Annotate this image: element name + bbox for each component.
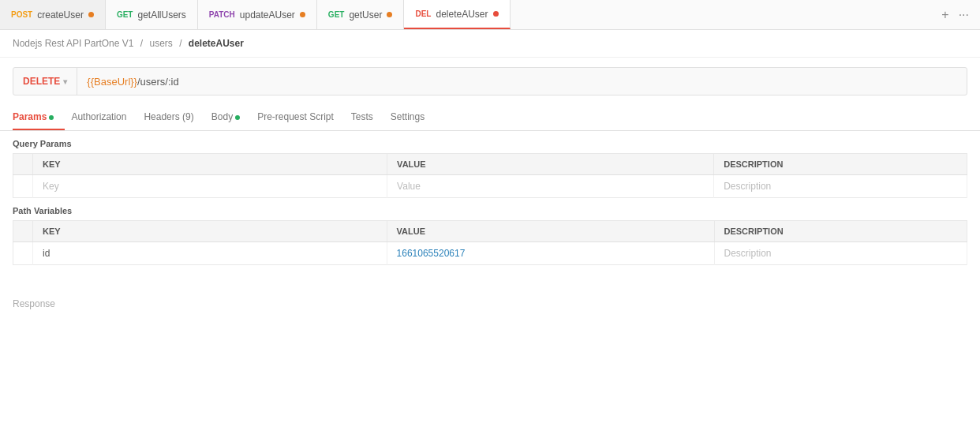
query-params-table: KEY VALUE DESCRIPTION Key Value Descript… bbox=[13, 153, 967, 198]
tab-method-deleteAUser: DEL bbox=[415, 9, 431, 18]
query-value-placeholder[interactable]: Value bbox=[387, 175, 714, 198]
query-desc-placeholder[interactable]: Description bbox=[714, 175, 967, 198]
breadcrumb-sep2: / bbox=[179, 38, 181, 49]
tab-dot-getUser bbox=[387, 12, 392, 17]
path-variables-title: Path Variables bbox=[13, 198, 967, 220]
query-params-placeholder-row: Key Value Description bbox=[13, 175, 967, 198]
path-vars-key-header: KEY bbox=[33, 221, 387, 242]
tab-method-getAllUsers: GET bbox=[117, 10, 133, 19]
path-var-desc-0[interactable]: Description bbox=[714, 242, 967, 265]
path-vars-check-header bbox=[13, 221, 33, 242]
content-area: Query Params KEY VALUE DESCRIPTION Key V… bbox=[0, 131, 980, 319]
query-params-key-header: KEY bbox=[33, 154, 387, 175]
more-tabs-button[interactable]: ··· bbox=[956, 6, 972, 24]
method-label: DELETE bbox=[23, 76, 60, 87]
tab-getAllUsers[interactable]: GETgetAllUsers bbox=[106, 0, 198, 29]
breadcrumb-sep1: / bbox=[140, 38, 143, 49]
req-tab-dot-body bbox=[235, 115, 240, 120]
breadcrumb-current: deleteAUser bbox=[189, 38, 244, 49]
tab-createUser[interactable]: POSTcreateUser bbox=[0, 0, 106, 29]
tab-label-deleteAUser: deleteAUser bbox=[436, 9, 488, 20]
path-var-row: id1661065520617Description bbox=[13, 242, 967, 265]
response-label: Response bbox=[13, 298, 55, 309]
tab-method-getUser: GET bbox=[328, 10, 345, 19]
path-var-key-0[interactable]: id bbox=[33, 242, 387, 265]
req-tab-authorization[interactable]: Authorization bbox=[71, 105, 137, 130]
req-tab-settings[interactable]: Settings bbox=[391, 105, 436, 130]
query-params-value-header: VALUE bbox=[387, 154, 714, 175]
tab-deleteAUser[interactable]: DELdeleteAUser bbox=[404, 0, 510, 29]
breadcrumb: Nodejs Rest API PartOne V1 / users / del… bbox=[0, 30, 980, 58]
tab-getUser[interactable]: GETgetUser bbox=[317, 0, 405, 29]
chevron-down-icon: ▾ bbox=[63, 77, 67, 86]
path-vars-value-header: VALUE bbox=[387, 221, 714, 242]
tab-label-createUser: createUser bbox=[37, 9, 84, 21]
path-variables-table: KEY VALUE DESCRIPTION id1661065520617Des… bbox=[13, 220, 967, 265]
req-tab-tests[interactable]: Tests bbox=[351, 105, 384, 130]
breadcrumb-middle: users bbox=[149, 38, 172, 49]
tab-label-getAllUsers: getAllUsers bbox=[137, 9, 185, 21]
query-params-title: Query Params bbox=[13, 131, 967, 153]
tab-label-updateAUser: updateAUser bbox=[240, 9, 295, 21]
method-select[interactable]: DELETE ▾ bbox=[13, 68, 77, 95]
add-tab-button[interactable]: + bbox=[938, 6, 952, 24]
query-params-desc-header: DESCRIPTION bbox=[714, 154, 967, 175]
req-tab-params[interactable]: Params bbox=[13, 105, 65, 130]
url-base-var: {{BaseUrl}} bbox=[87, 76, 137, 88]
query-key-placeholder[interactable]: Key bbox=[33, 175, 387, 198]
query-params-check-header bbox=[13, 154, 33, 175]
path-vars-desc-header: DESCRIPTION bbox=[714, 221, 967, 242]
tab-label-getUser: getUser bbox=[349, 9, 382, 21]
url-bar: DELETE ▾ {{BaseUrl}}/users/:id bbox=[13, 67, 967, 95]
path-var-value-0[interactable]: 1661065520617 bbox=[387, 242, 714, 265]
path-var-check-0 bbox=[13, 242, 33, 265]
response-section: Response bbox=[13, 289, 967, 319]
tab-method-createUser: POST bbox=[11, 10, 32, 19]
url-path: /users/:id bbox=[137, 76, 179, 88]
tab-dot-updateAUser bbox=[300, 12, 305, 17]
req-tab-prerequest[interactable]: Pre-request Script bbox=[257, 105, 345, 130]
tab-dot-createUser bbox=[88, 12, 94, 17]
tab-dot-deleteAUser bbox=[493, 11, 499, 17]
url-input[interactable]: {{BaseUrl}}/users/:id bbox=[77, 76, 967, 88]
tab-bar: POSTcreateUserGETgetAllUsersPATCHupdateA… bbox=[0, 0, 980, 30]
req-tab-headers[interactable]: Headers (9) bbox=[144, 105, 204, 130]
request-tabs: ParamsAuthorizationHeaders (9)BodyPre-re… bbox=[0, 105, 980, 131]
tab-method-updateAUser: PATCH bbox=[209, 10, 235, 19]
req-tab-body[interactable]: Body bbox=[211, 105, 251, 130]
breadcrumb-root: Nodejs Rest API PartOne V1 bbox=[13, 38, 133, 49]
tab-actions: + ··· bbox=[930, 6, 980, 24]
tab-updateAUser[interactable]: PATCHupdateAUser bbox=[198, 0, 317, 29]
req-tab-dot-params bbox=[49, 115, 54, 120]
